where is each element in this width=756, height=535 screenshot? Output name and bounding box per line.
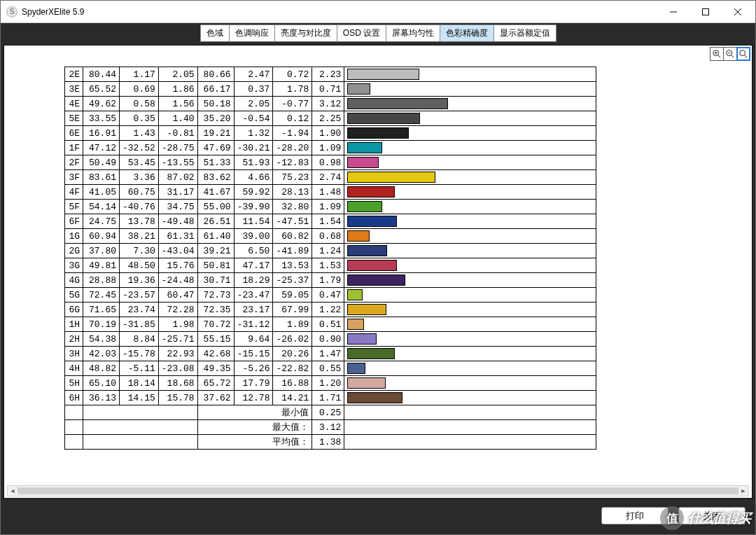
maximize-button[interactable] <box>690 1 722 22</box>
value-cell: -15.78 <box>120 347 159 361</box>
tab-色域[interactable]: 色域 <box>200 25 230 42</box>
delta-e-bar <box>347 275 405 286</box>
delta-e-bar <box>347 98 448 109</box>
delta-e-bar <box>347 289 363 300</box>
bar-cell <box>344 214 596 229</box>
value-cell: 1.32 <box>234 126 273 141</box>
value-cell: 35.20 <box>197 111 234 126</box>
table-row: 3G49.8148.5015.7650.8147.1713.531.53 <box>65 258 596 273</box>
value-cell: 67.99 <box>273 303 312 317</box>
value-cell: 24.75 <box>83 214 120 229</box>
tab-显示器额定值[interactable]: 显示器额定值 <box>493 25 556 42</box>
value-cell: 39.00 <box>234 229 273 244</box>
value-cell: 47.12 <box>83 141 120 155</box>
value-cell: 51.33 <box>197 155 234 170</box>
value-cell: -28.75 <box>158 141 197 155</box>
delta-e-bar <box>347 127 408 139</box>
value-cell: 32.80 <box>273 200 312 214</box>
zoom-in-icon[interactable] <box>710 47 724 61</box>
value-cell: 41.05 <box>83 185 120 200</box>
stat-value: 1.38 <box>312 435 344 450</box>
color-accuracy-table: 2E80.441.172.0580.662.470.722.233E65.520… <box>64 67 596 450</box>
scroll-right-icon[interactable]: ► <box>738 486 748 496</box>
value-cell: 39.21 <box>197 244 234 258</box>
tab-bar: 色域色调响应亮度与对比度OSD 设置屏幕均匀性色彩精确度显示器额定值 <box>1 23 755 42</box>
value-cell: 0.12 <box>273 111 312 126</box>
value-cell: 38.21 <box>120 229 159 244</box>
tab-色调响应[interactable]: 色调响应 <box>229 25 275 42</box>
tab-色彩精确度[interactable]: 色彩精确度 <box>440 25 494 42</box>
row-label: 5H <box>65 376 83 391</box>
table-row: 2F50.4953.45-13.5551.3351.93-12.830.98 <box>65 155 596 170</box>
zoom-out-icon[interactable] <box>723 47 737 61</box>
tab-亮度与对比度[interactable]: 亮度与对比度 <box>274 25 337 42</box>
scroll-thumb[interactable] <box>18 487 738 494</box>
row-label: 1F <box>65 141 83 155</box>
value-cell: -49.48 <box>158 214 197 229</box>
row-label: 5F <box>65 200 83 214</box>
delta-e-bar <box>347 392 402 403</box>
tab-屏幕均匀性[interactable]: 屏幕均匀性 <box>386 25 440 42</box>
row-label: 6F <box>65 214 83 229</box>
row-label: 2E <box>65 67 83 82</box>
value-cell: -0.77 <box>273 97 312 111</box>
horizontal-scrollbar[interactable]: ◄ ► <box>7 485 749 496</box>
bar-cell <box>344 141 596 155</box>
table-row: 6F24.7513.78-49.4826.5111.54-47.511.54 <box>65 214 596 229</box>
bar-cell <box>344 155 596 170</box>
value-cell: 61.31 <box>158 229 197 244</box>
row-label: 2F <box>65 155 83 170</box>
scroll-left-icon[interactable]: ◄ <box>8 486 18 496</box>
value-cell: -23.47 <box>234 288 273 303</box>
value-cell: 60.75 <box>120 185 159 200</box>
value-cell: 20.26 <box>273 347 312 361</box>
value-cell: -43.04 <box>158 244 197 258</box>
value-cell: 2.05 <box>234 97 273 111</box>
print-button[interactable]: 打印 <box>601 507 668 524</box>
row-label: 5E <box>65 111 83 126</box>
value-cell: 70.19 <box>83 317 120 332</box>
row-label: 2G <box>65 244 83 258</box>
value-cell: 65.10 <box>83 376 120 391</box>
zoom-fit-icon[interactable] <box>736 47 750 61</box>
value-cell: 49.35 <box>197 361 234 376</box>
delta-e-cell: 1.54 <box>312 214 344 229</box>
bar-cell <box>344 67 596 82</box>
close-button[interactable] <box>722 1 754 22</box>
delta-e-cell: 0.98 <box>312 155 344 170</box>
stat-label: 最小值 <box>197 405 312 420</box>
bar-cell <box>344 347 596 361</box>
delta-e-cell: 0.51 <box>312 317 344 332</box>
value-cell: 60.94 <box>83 229 120 244</box>
delta-e-cell: 3.12 <box>312 97 344 111</box>
value-cell: 0.69 <box>120 82 159 97</box>
report-canvas: 2E80.441.172.0580.662.470.722.233E65.520… <box>4 45 752 499</box>
value-cell: 51.93 <box>234 155 273 170</box>
value-cell: 55.00 <box>197 200 234 214</box>
row-label: 4H <box>65 361 83 376</box>
row-label: 1G <box>65 229 83 244</box>
value-cell: 1.78 <box>273 82 312 97</box>
value-cell: -12.83 <box>273 155 312 170</box>
close-report-button[interactable]: 关闭 <box>678 507 746 524</box>
value-cell: 2.05 <box>158 67 197 82</box>
svg-rect-0 <box>703 8 709 15</box>
value-cell: 71.65 <box>83 303 120 317</box>
value-cell: -26.02 <box>273 332 312 347</box>
table-row: 5E33.550.351.4035.20-0.540.122.25 <box>65 111 596 126</box>
value-cell: 42.68 <box>197 347 234 361</box>
value-cell: 1.40 <box>158 111 197 126</box>
report-scroll[interactable]: 2E80.441.172.0580.662.470.722.233E65.520… <box>8 64 748 484</box>
delta-e-cell: 1.71 <box>312 391 344 405</box>
minimize-button[interactable] <box>657 1 690 22</box>
value-cell: -31.12 <box>234 317 273 332</box>
value-cell: 11.54 <box>234 214 273 229</box>
delta-e-cell: 1.90 <box>312 126 344 141</box>
value-cell: 1.98 <box>158 317 197 332</box>
bar-cell <box>344 82 596 97</box>
value-cell: 49.62 <box>83 97 120 111</box>
row-label: 1H <box>65 317 83 332</box>
bar-cell <box>344 376 596 391</box>
tab-OSD 设置[interactable]: OSD 设置 <box>337 25 386 42</box>
table-row: 2H54.388.84-25.7155.159.64-26.020.90 <box>65 332 596 347</box>
